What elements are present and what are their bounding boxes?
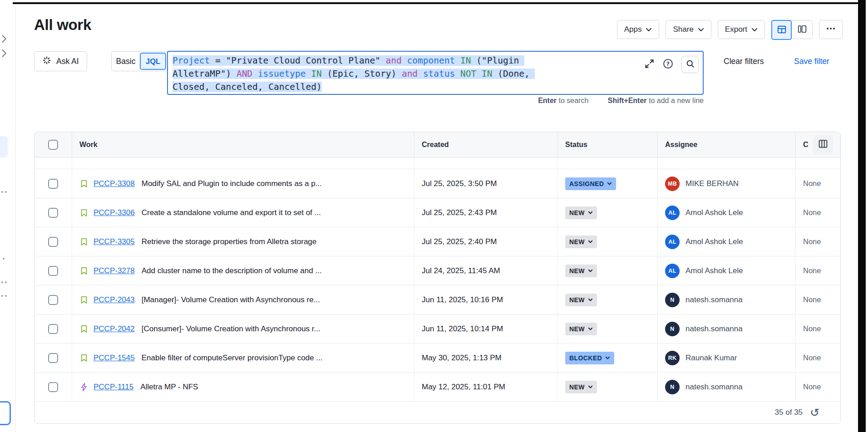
comments-cell[interactable]: None [796,285,840,314]
help-icon: ? [662,58,674,71]
comments-value: None [803,295,821,304]
assignee-cell[interactable]: RK Raunak Kumar [658,344,796,372]
story-icon [79,179,89,188]
issue-key-link[interactable]: PCCP-2043 [94,295,135,304]
run-search-button[interactable] [681,56,699,73]
row-checkbox[interactable] [48,295,58,305]
status-badge[interactable]: NEW [565,323,597,335]
page-title: All work [34,16,91,34]
row-select-cell [35,169,72,198]
assignee-cell[interactable]: AL Amol Ashok Lele [658,256,796,285]
status-badge[interactable]: BLOCKED [565,352,614,364]
issue-key-link[interactable]: PCCP-1545 [94,353,135,363]
assignee-name: Amol Ashok Lele [686,266,743,275]
export-button[interactable]: Export [718,20,765,39]
row-checkbox[interactable] [48,382,58,392]
created-value: Jun 11, 2025, 10:16 PM [422,295,503,304]
table-row: PCCP-3308 Modify SAL and Plugin to inclu… [35,169,840,198]
issue-summary[interactable]: [Manager]- Volume Creation with Asynchro… [142,295,320,304]
assignee-cell[interactable]: MB MIKE BERHAN [658,169,796,198]
issue-summary[interactable]: Add cluster name to the description of v… [142,266,322,275]
status-badge[interactable]: NEW [565,236,597,248]
issue-summary[interactable]: Create a standalone volume and export it… [142,208,321,217]
assignee-cell[interactable]: N natesh.somanna [658,314,796,343]
issue-summary[interactable]: Retrieve the storage properties from All… [142,237,317,246]
issue-key-link[interactable]: PCCP-1115 [94,383,133,392]
story-icon [79,266,89,275]
row-checkbox[interactable] [48,266,58,276]
created-value: Jul 25, 2025, 2:40 PM [422,237,497,246]
configure-columns-button[interactable] [813,135,833,154]
chevron-right-icon [1,34,6,45]
window-border-right [858,0,866,432]
column-header-status[interactable]: Status [558,132,658,157]
share-button[interactable]: Share [666,20,711,39]
more-actions-button[interactable] [819,20,843,39]
jql-query-input[interactable]: Project = "Private Cloud Control Plane" … [167,51,704,95]
column-header-work[interactable]: Work [72,132,414,157]
select-all-checkbox[interactable] [48,140,58,150]
comments-cell[interactable]: None [796,227,840,256]
assignee-name: MIKE BERHAN [686,179,739,188]
avatar: MB [665,177,680,191]
comments-cell[interactable]: None [796,198,840,227]
issue-key-link[interactable]: PCCP-3305 [94,237,135,246]
status-badge[interactable]: NEW [565,206,597,219]
assignee-cell[interactable]: AL Amol Ashok Lele [658,227,796,256]
basic-mode-button[interactable]: Basic [112,57,140,66]
status-badge[interactable]: NEW [565,265,597,277]
column-header-comments-label[interactable]: C [803,141,809,149]
row-checkbox[interactable] [48,324,58,334]
sidebar-fragment-dots [0,291,8,299]
detail-view-button[interactable] [792,20,812,39]
issue-key-link[interactable]: PCCP-3278 [94,266,135,275]
assignee-cell[interactable]: N natesh.somanna [658,373,796,401]
issue-key-link[interactable]: PCCP-3306 [94,208,135,217]
comments-value: None [803,266,821,275]
row-checkbox[interactable] [48,353,58,363]
issue-summary[interactable]: [Consumer]- Volume Creation with Asynchr… [142,324,321,334]
clear-filters-button[interactable]: Clear filters [721,51,767,71]
jql-line: Closed, Canceled, Cancelled) [173,80,703,93]
save-filter-button[interactable]: Save filter [791,51,832,71]
table-view-icon [777,25,787,36]
avatar: N [665,293,680,307]
table-view-button[interactable] [771,20,792,40]
refresh-button[interactable]: ↺ [810,407,819,418]
comments-cell[interactable]: None [796,373,840,401]
jql-mode-button[interactable]: JQL [140,53,166,70]
status-badge[interactable]: ASSIGNED [565,177,616,190]
status-badge[interactable]: NEW [565,294,597,306]
comments-cell[interactable]: None [796,344,840,372]
avatar: AL [665,264,680,278]
shift-enter-hint: Shift+Enter to add a new line [608,97,704,104]
sidebar-selected-item-fragment [0,136,8,157]
status-cell: NEW [558,285,658,314]
column-header-assignee[interactable]: Assignee [658,132,796,157]
table-row: PCCP-2042 [Consumer]- Volume Creation wi… [35,314,840,344]
comments-cell[interactable]: None [796,169,840,198]
issue-key-link[interactable]: PCCP-3308 [94,179,135,188]
ask-ai-button[interactable]: Ask AI [34,51,87,71]
chevron-down-icon [646,25,652,34]
work-cell: PCCP-1545 Enable filter of computeServer… [72,344,414,372]
assignee-cell[interactable]: AL Amol Ashok Lele [658,198,796,227]
status-cell: NEW [558,256,658,285]
row-checkbox[interactable] [48,237,58,247]
assignee-name: Amol Ashok Lele [686,237,743,246]
comments-cell[interactable]: None [796,314,840,343]
jql-editor-hints: Enter to search Shift+Enter to add a new… [167,97,704,105]
comments-cell[interactable]: None [796,256,840,285]
apps-button[interactable]: Apps [617,20,660,39]
issue-summary[interactable]: Enable filter of computeServer provision… [142,353,323,363]
status-badge[interactable]: NEW [565,381,597,393]
column-header-created[interactable]: Created [414,132,558,157]
issue-key-link[interactable]: PCCP-2042 [94,324,135,334]
issue-summary[interactable]: Alletra MP - NFS [140,383,198,392]
syntax-help-button[interactable]: ? [662,58,674,71]
assignee-cell[interactable]: N natesh.somanna [658,285,796,314]
issue-summary[interactable]: Modify SAL and Plugin to include comment… [142,179,322,188]
row-checkbox[interactable] [48,179,58,189]
row-checkbox[interactable] [48,208,58,218]
expand-editor-button[interactable] [644,59,655,70]
